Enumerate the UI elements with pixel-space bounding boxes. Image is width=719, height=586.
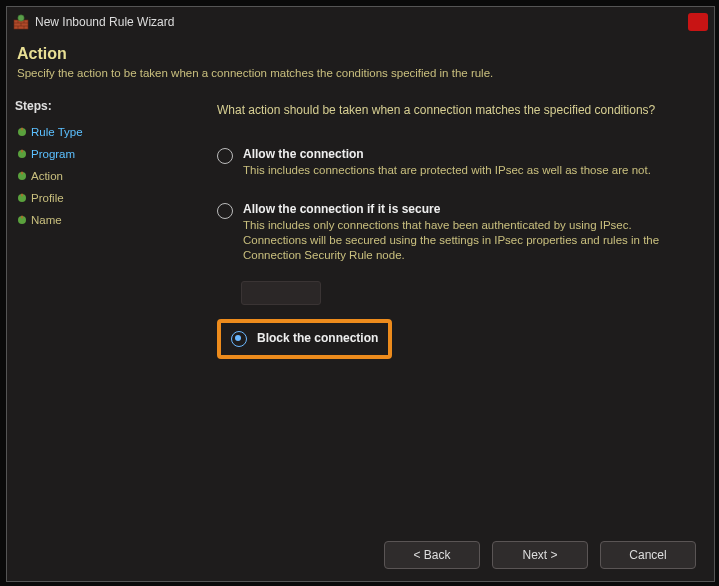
action-question: What action should be taken when a conne… (217, 103, 694, 117)
option-title: Allow the connection if it is secure (243, 202, 688, 216)
step-label: Action (31, 170, 63, 182)
page-title: Action (17, 45, 704, 63)
step-label: Name (31, 214, 62, 226)
option-description: This includes connections that are prote… (243, 163, 688, 178)
step-bullet-icon (13, 170, 31, 182)
wizard-window: New Inbound Rule Wizard Action Specify t… (6, 6, 715, 582)
wizard-header: Action Specify the action to be taken wh… (7, 37, 714, 89)
firewall-app-icon (13, 14, 29, 30)
option-description: This includes only connections that have… (243, 218, 688, 263)
step-program[interactable]: Program (13, 143, 187, 165)
steps-sidebar: Steps: Rule Type Program Action Profile … (7, 89, 187, 527)
option-block-highlight: Block the connection (217, 319, 392, 359)
radio-icon[interactable] (217, 203, 233, 219)
step-label: Profile (31, 192, 64, 204)
page-subtitle: Specify the action to be taken when a co… (17, 67, 704, 79)
radio-icon[interactable] (231, 331, 247, 347)
customize-button (241, 281, 321, 305)
option-allow-secure[interactable]: Allow the connection if it is secure Thi… (217, 196, 694, 269)
wizard-footer: < Back Next > Cancel (384, 541, 696, 569)
step-bullet-icon (13, 214, 31, 226)
step-bullet-icon (13, 126, 31, 138)
step-profile[interactable]: Profile (13, 187, 187, 209)
option-title: Allow the connection (243, 147, 688, 161)
step-bullet-icon (13, 148, 31, 160)
close-button[interactable] (688, 13, 708, 31)
step-action[interactable]: Action (13, 165, 187, 187)
wizard-content: What action should be taken when a conne… (187, 89, 714, 527)
option-title: Block the connection (257, 331, 378, 345)
back-button[interactable]: < Back (384, 541, 480, 569)
step-label: Rule Type (31, 126, 83, 138)
step-rule-type[interactable]: Rule Type (13, 121, 187, 143)
radio-icon[interactable] (217, 148, 233, 164)
step-label: Program (31, 148, 75, 160)
option-allow[interactable]: Allow the connection This includes conne… (217, 141, 694, 184)
step-name[interactable]: Name (13, 209, 187, 231)
step-bullet-icon (13, 192, 31, 204)
next-button[interactable]: Next > (492, 541, 588, 569)
cancel-button[interactable]: Cancel (600, 541, 696, 569)
window-title: New Inbound Rule Wizard (35, 15, 174, 29)
titlebar: New Inbound Rule Wizard (7, 7, 714, 37)
steps-heading: Steps: (15, 99, 187, 113)
